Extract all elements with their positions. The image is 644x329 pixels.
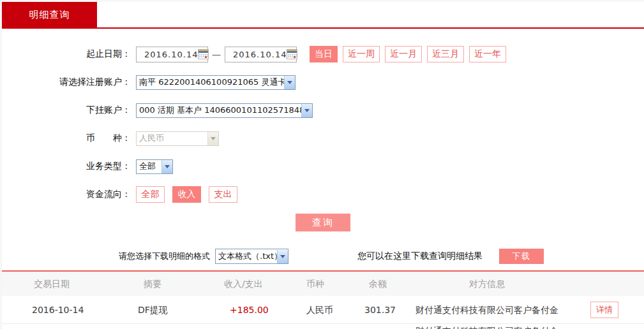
business-type-row: 业务类型： 全部 <box>2 152 644 180</box>
currency-select: 人民币 <box>136 131 219 146</box>
quick-range-year-button[interactable]: 近一年 <box>469 46 506 62</box>
quick-range-quarter-button[interactable]: 近三月 <box>427 46 464 62</box>
header-currency: 币种 <box>306 279 324 290</box>
tab-detail-query[interactable]: 明细查询 <box>2 2 97 27</box>
cell-summary: DF提现 <box>138 305 168 316</box>
fund-flow-expense-button[interactable]: 支出 <box>209 186 237 203</box>
fund-flow-label: 资金流向： <box>2 189 131 200</box>
registered-account-row: 请选择注册账户： 南平 6222001406100921065 灵通卡 <box>2 68 644 96</box>
chevron-down-icon[interactable] <box>301 104 312 117</box>
registered-account-value: 南平 6222001406100921065 灵通卡 <box>137 77 284 88</box>
date-range-label: 起止日期： <box>2 48 131 60</box>
detail-button[interactable]: 详情 <box>590 302 618 318</box>
table-header-row: 交易日期 摘要 收入/支出 币种 余额 对方信息 <box>2 272 644 296</box>
end-date-input[interactable]: 2016.10.14 <box>225 47 297 62</box>
quick-range-month-button[interactable]: 近一月 <box>385 46 422 62</box>
cell-currency: 人民币 <box>306 305 333 316</box>
download-row: 请您选择下载明细的格式 文本格式（.txt） 您可以在这里下载查询明细结果 下载 <box>2 249 644 264</box>
query-button[interactable]: 查询 <box>296 214 350 231</box>
header-amount: 收入/支出 <box>224 279 263 290</box>
cell-amount: +185.00 <box>230 305 269 315</box>
results-table: 交易日期 摘要 收入/支出 币种 余额 对方信息 2016-10-14 DF提现… <box>2 272 644 329</box>
header-summary: 摘要 <box>144 279 161 290</box>
detail-query-page: 明细查询 起止日期： 2016.10.14 <box>0 0 644 329</box>
table-row-partial: 财付通支付科技有限公司客户备付金 <box>2 324 644 329</box>
calendar-icon[interactable] <box>198 49 209 59</box>
sub-account-value: 000 活期 基本户 1406600101102571848 <box>137 105 301 116</box>
fund-flow-row: 资金流向： 全部 收入 支出 <box>2 180 644 208</box>
start-date-input[interactable]: 2016.10.14 <box>136 47 208 62</box>
chevron-down-icon[interactable] <box>284 76 295 89</box>
sub-account-label: 下挂账户： <box>2 105 131 116</box>
header-counterparty: 对方信息 <box>469 279 505 290</box>
chevron-down-icon[interactable] <box>161 160 172 173</box>
fund-flow-all-button[interactable]: 全部 <box>136 186 165 203</box>
download-format-label: 请您选择下载明细的格式 <box>119 251 210 262</box>
sub-account-row: 下挂账户： 000 活期 基本户 1406600101102571848 <box>2 96 644 124</box>
business-type-value: 全部 <box>137 161 161 172</box>
chevron-down-icon[interactable] <box>277 250 288 263</box>
end-date-value: 2016.10.14 <box>233 50 287 59</box>
cell-balance: 301.37 <box>364 305 396 315</box>
currency-label: 币 种： <box>2 133 131 144</box>
download-hint: 您可以在这里下载查询明细结果 <box>357 251 483 262</box>
registered-account-label: 请选择注册账户： <box>2 77 131 88</box>
download-format-value: 文本格式（.txt） <box>216 251 277 262</box>
registered-account-select[interactable]: 南平 6222001406100921065 灵通卡 <box>136 75 296 90</box>
business-type-label: 业务类型： <box>2 161 131 172</box>
quick-range-week-button[interactable]: 近一周 <box>343 46 380 62</box>
date-range-row: 起止日期： 2016.10.14 <box>2 40 644 68</box>
tab-bar: 明细查询 <box>2 2 644 27</box>
currency-row: 币 种： 人民币 <box>2 124 644 152</box>
header-balance: 余额 <box>369 279 387 290</box>
chevron-down-icon <box>207 132 218 145</box>
cell-counterparty: 财付通支付科技有限公司客户备付金 <box>416 326 558 329</box>
cell-counterparty: 财付通支付科技有限公司客户备付金 <box>416 305 558 316</box>
cell-date: 2016-10-14 <box>32 305 84 315</box>
business-type-select[interactable]: 全部 <box>136 159 173 174</box>
start-date-value: 2016.10.14 <box>144 50 198 59</box>
query-form: 起止日期： 2016.10.14 <box>2 29 644 231</box>
date-separator: — <box>212 49 221 59</box>
download-format-select[interactable]: 文本格式（.txt） <box>215 249 288 264</box>
quick-range-today-button[interactable]: 当日 <box>310 46 338 62</box>
download-button[interactable]: 下载 <box>499 249 544 264</box>
header-date: 交易日期 <box>34 279 70 290</box>
currency-value: 人民币 <box>137 133 207 144</box>
sub-account-select[interactable]: 000 活期 基本户 1406600101102571848 <box>136 103 313 118</box>
calendar-icon[interactable] <box>287 49 297 59</box>
query-button-row: 查询 <box>2 214 644 231</box>
fund-flow-income-button[interactable]: 收入 <box>172 186 201 203</box>
table-row: 2016-10-14 DF提现 +185.00 人民币 301.37 财付通支付… <box>2 296 644 324</box>
